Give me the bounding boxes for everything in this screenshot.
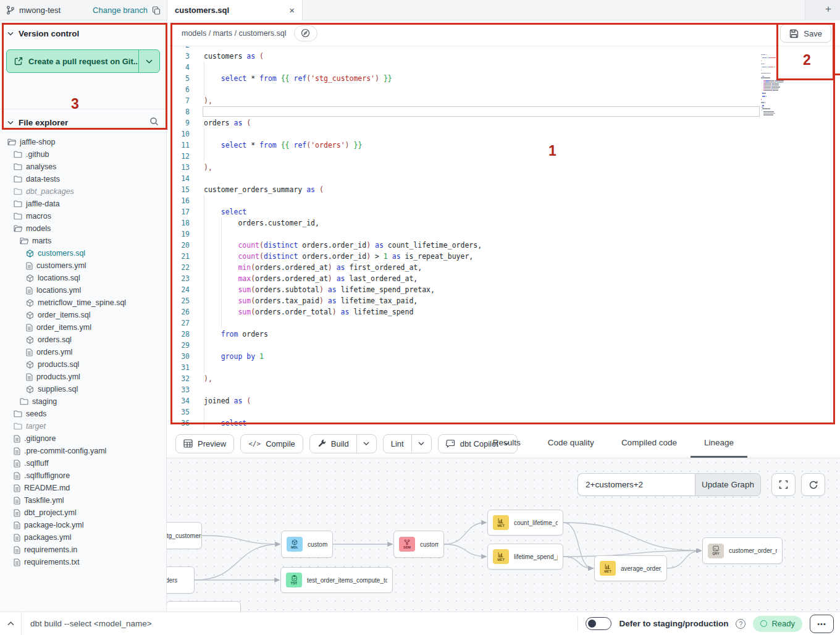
- save-button[interactable]: Save: [780, 24, 831, 43]
- tree-item-target[interactable]: target: [0, 420, 166, 432]
- code-line-9[interactable]: 9orders as (: [167, 117, 840, 128]
- help-icon[interactable]: ?: [736, 619, 746, 629]
- tree-item-Taskfile.yml[interactable]: Taskfile.yml: [0, 494, 166, 507]
- tree-item-products.sql[interactable]: products.sql: [0, 358, 166, 371]
- command-text[interactable]: dbt build --select <model_name>: [30, 619, 152, 628]
- tree-item-jaffle-shop[interactable]: jaffle-shop: [0, 136, 166, 148]
- create-pull-request-button[interactable]: Create a pull request on Git...: [6, 49, 160, 73]
- lineage-node-customers_model[interactable]: MDLcustomers: [281, 531, 333, 558]
- code-line-27[interactable]: 27: [167, 318, 840, 329]
- code-line-15[interactable]: 15customer_orders_summary as (: [167, 184, 840, 195]
- code-line-30[interactable]: 30 group by 1: [167, 351, 840, 362]
- build-dropdown[interactable]: [356, 435, 376, 453]
- copy-icon[interactable]: [152, 6, 161, 15]
- tree-item-requirements.in[interactable]: requirements.in: [0, 544, 166, 556]
- code-line-34[interactable]: 34joined as (: [167, 395, 840, 406]
- code-line-25[interactable]: 25 sum(orders.tax_paid) as lifetime_tax_…: [167, 295, 840, 306]
- tree-item-package-lock.yml[interactable]: package-lock.yml: [0, 519, 166, 531]
- code-editor[interactable]: 23customers as (45 select * from {{ ref(…: [167, 46, 840, 429]
- lineage-node-partial_node[interactable]: [167, 601, 241, 612]
- file-explorer-header[interactable]: File explorer: [0, 109, 166, 131]
- tree-item-requirements.txt[interactable]: requirements.txt: [0, 556, 166, 568]
- tree-item-models[interactable]: models: [0, 222, 166, 235]
- tree-item-README.md[interactable]: README.md: [0, 482, 166, 494]
- code-line-14[interactable]: 14: [167, 173, 840, 184]
- tree-item-seeds[interactable]: seeds: [0, 408, 166, 420]
- new-tab-button[interactable]: +: [825, 3, 831, 15]
- lineage-node-average_order_value[interactable]: METaverage_order_value: [594, 555, 667, 581]
- tree-item-analyses[interactable]: analyses: [0, 161, 166, 173]
- lineage-selector-input[interactable]: [578, 473, 695, 496]
- tree-item-.sqlfluff[interactable]: .sqlfluff: [0, 457, 166, 469]
- tree-item-metricflow_time_spine.sql[interactable]: metricflow_time_spine.sql: [0, 296, 166, 309]
- tree-item-dbt_packages[interactable]: dbt_packages: [0, 185, 166, 198]
- code-line-4[interactable]: 4: [167, 62, 840, 73]
- code-line-33[interactable]: 33: [167, 384, 840, 395]
- collapse-panel-button[interactable]: [0, 621, 21, 626]
- lineage-node-customers_semantic[interactable]: SEMcustomers: [393, 531, 444, 558]
- tree-item-products.yml[interactable]: products.yml: [0, 371, 166, 383]
- code-line-5[interactable]: 5 select * from {{ ref('stg_customers') …: [167, 73, 840, 84]
- defer-toggle[interactable]: [586, 617, 611, 630]
- tree-item-.pre-commit-config.yaml[interactable]: .pre-commit-config.yaml: [0, 445, 166, 457]
- tab-lineage[interactable]: Lineage: [691, 429, 747, 458]
- lineage-node-customer_order_metrics[interactable]: QRYcustomer_order_metrics: [702, 537, 783, 564]
- tree-item-orders.yml[interactable]: orders.yml: [0, 346, 166, 358]
- tree-item-macros[interactable]: macros: [0, 210, 166, 222]
- version-control-header[interactable]: Version control: [0, 20, 166, 42]
- code-line-23[interactable]: 23 max(orders.ordered_at) as last_ordere…: [167, 273, 840, 284]
- tree-item-packages.yml[interactable]: packages.yml: [0, 531, 166, 544]
- code-line-7[interactable]: 7),: [167, 95, 840, 106]
- tree-item-customers.yml[interactable]: customers.yml: [0, 259, 166, 272]
- code-line-35[interactable]: 35: [167, 406, 840, 418]
- tree-item-order_items.yml[interactable]: order_items.yml: [0, 321, 166, 334]
- tree-item-marts[interactable]: marts: [0, 235, 166, 247]
- code-line-18[interactable]: 18 orders.customer_id,: [167, 217, 840, 229]
- code-line-32[interactable]: 32),: [167, 373, 840, 384]
- tree-item-supplies.sql[interactable]: supplies.sql: [0, 383, 166, 395]
- code-line-28[interactable]: 28 from orders: [167, 329, 840, 340]
- tree-item-locations.sql[interactable]: locations.sql: [0, 272, 166, 284]
- code-line-22[interactable]: 22 min(orders.ordered_at) as first_order…: [167, 262, 840, 273]
- lineage-node-lifetime_spend_pretax[interactable]: METlifetime_spend_pretax: [487, 544, 563, 570]
- tree-item-.github[interactable]: .github: [0, 148, 166, 161]
- code-line-19[interactable]: 19: [167, 229, 840, 240]
- tab-close-icon[interactable]: ×: [289, 6, 295, 15]
- code-line-21[interactable]: 21 count(distinct orders.order_id) > 1 a…: [167, 251, 840, 262]
- code-line-29[interactable]: 29: [167, 340, 840, 351]
- tab-code-quality[interactable]: Code quality: [534, 429, 608, 458]
- code-line-26[interactable]: 26 sum(orders.order_total) as lifetime_s…: [167, 306, 840, 318]
- code-line-2[interactable]: 2: [167, 46, 840, 51]
- code-line-17[interactable]: 17 select: [167, 206, 840, 217]
- code-line-12[interactable]: 12: [167, 151, 840, 162]
- build-button[interactable]: Build: [310, 435, 356, 453]
- lineage-node-stg_customers[interactable]: stg_customers: [167, 522, 202, 549]
- tab-customers-sql[interactable]: customers.sql ×: [167, 0, 303, 20]
- lineage-node-test_order_items[interactable]: TSTtest_order_items_compute_to_bools...: [280, 567, 393, 593]
- copilot-compass-button[interactable]: [294, 25, 317, 41]
- search-icon[interactable]: [149, 117, 159, 126]
- lint-dropdown[interactable]: [411, 435, 431, 453]
- change-branch-link[interactable]: Change branch: [93, 6, 148, 15]
- lineage-node-orders[interactable]: orders: [167, 566, 195, 594]
- code-line-3[interactable]: 3customers as (: [167, 51, 840, 62]
- tree-item-locations.yml[interactable]: locations.yml: [0, 284, 166, 296]
- code-line-16[interactable]: 16: [167, 195, 840, 206]
- tree-item-order_items.sql[interactable]: order_items.sql: [0, 309, 166, 321]
- tree-item-dbt_project.yml[interactable]: dbt_project.yml: [0, 507, 166, 519]
- tree-item-.gitignore[interactable]: .gitignore: [0, 432, 166, 445]
- create-pr-dropdown[interactable]: [138, 50, 159, 72]
- compile-button[interactable]: </> Compile: [240, 434, 303, 453]
- code-line-8[interactable]: 8: [167, 106, 840, 117]
- refresh-button[interactable]: [801, 473, 825, 496]
- code-line-36[interactable]: 36 select: [167, 418, 840, 429]
- lint-button[interactable]: Lint: [384, 435, 411, 453]
- tree-item-orders.sql[interactable]: orders.sql: [0, 334, 166, 346]
- tree-item-data-tests[interactable]: data-tests: [0, 173, 166, 185]
- lineage-node-count_lifetime_orders[interactable]: METcount_lifetime_orders: [487, 510, 563, 536]
- code-line-24[interactable]: 24 sum(orders.subtotal) as lifetime_spen…: [167, 284, 840, 295]
- tab-compiled-code[interactable]: Compiled code: [608, 429, 691, 458]
- minimap[interactable]: [761, 53, 818, 116]
- code-line-31[interactable]: 31: [167, 362, 840, 373]
- fullscreen-button[interactable]: [771, 473, 796, 496]
